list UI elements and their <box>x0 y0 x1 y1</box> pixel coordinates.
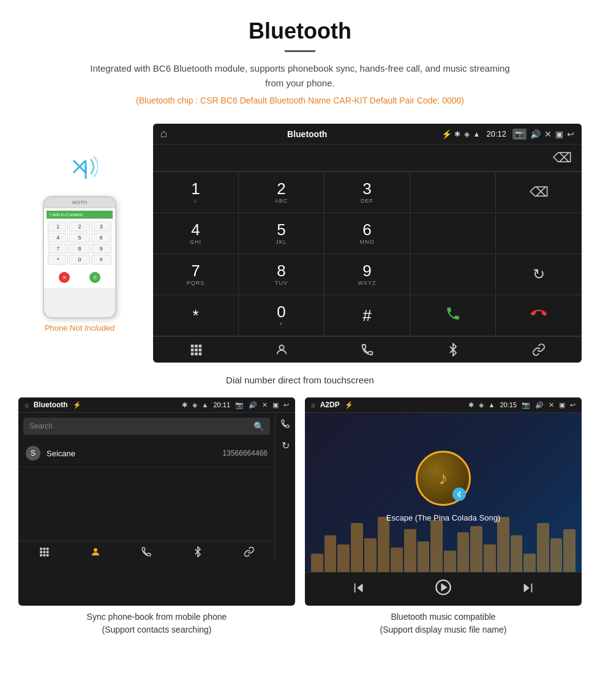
music-next-button[interactable] <box>521 581 534 598</box>
dial-key-empty-3 <box>496 213 582 254</box>
phone-keypad: 1 2 3 4 5 6 7 8 9 * 0 # <box>47 220 113 266</box>
phone-key: 7 <box>48 244 68 254</box>
dial-status-icons: ✱ ◈ ▲ <box>454 130 481 138</box>
music-home-icon[interactable]: ⌂ <box>311 401 315 408</box>
phone-key: 2 <box>69 222 89 231</box>
pb-right-phone-icon[interactable] <box>280 419 290 431</box>
close-icon[interactable]: ✕ <box>544 129 552 139</box>
music-eq-background <box>305 499 582 572</box>
dial-caption: Dial number direct from touchscreen <box>226 375 374 385</box>
dial-status-bar: ⌂ Bluetooth ⚡ ✱ ◈ ▲ 20:12 📷 🔊 ✕ ▣ ↩ <box>153 124 582 145</box>
pb-link-icon[interactable] <box>223 546 275 557</box>
pb-sig-icon: ▲ <box>202 401 209 408</box>
phone-screen: + Add to Contacts 1 2 3 4 5 6 7 8 9 * 0 … <box>44 208 115 288</box>
call-green-button[interactable] <box>410 295 496 336</box>
pb-usb-icon: ⚡ <box>73 401 81 409</box>
top-section: MOTO + Add to Contacts 1 2 3 4 5 6 7 8 9 <box>18 124 582 363</box>
pb-phone-icon[interactable] <box>121 546 173 557</box>
backspace-button[interactable]: ⌫ <box>553 150 572 166</box>
svg-rect-12 <box>199 353 202 356</box>
music-song-title: Escape (The Pina Colada Song) <box>386 513 500 522</box>
dial-phone-icon[interactable] <box>324 343 410 356</box>
phone-screen-header: + Add to Contacts <box>47 211 113 219</box>
svg-marker-28 <box>524 583 530 592</box>
pb-search-bar[interactable]: Search 🔍 <box>23 418 270 435</box>
pb-home-icon[interactable]: ⌂ <box>24 401 29 408</box>
dial-bluetooth-icon[interactable] <box>410 343 496 356</box>
dial-key-7[interactable]: 7 PQRS <box>153 254 239 295</box>
pb-spacer-area <box>18 467 275 541</box>
camera-icon[interactable]: 📷 <box>512 129 527 140</box>
phone-top-bar: MOTO <box>44 197 115 208</box>
back-icon[interactable]: ↩ <box>567 129 574 139</box>
dial-contacts-icon[interactable] <box>239 343 324 356</box>
dial-backspace-key[interactable]: ⌫ <box>496 172 582 213</box>
dial-key-1[interactable]: 1 ⌂ <box>153 172 239 213</box>
included-text: Included <box>84 323 114 333</box>
pb-contact-row[interactable]: S Seicane 13566664466 <box>18 440 275 467</box>
pb-bluetooth-icon[interactable] <box>172 546 223 557</box>
dial-status-time: 20:12 <box>486 129 506 138</box>
music-status-title: A2DP <box>320 401 340 409</box>
svg-rect-16 <box>47 548 49 550</box>
dial-key-0[interactable]: 0 + <box>239 295 324 336</box>
page-title: Bluetooth <box>12 18 588 44</box>
svg-rect-11 <box>195 353 198 356</box>
svg-marker-24 <box>357 583 362 592</box>
music-bottom-caption: Bluetooth music compatible(Support displ… <box>305 611 582 636</box>
dial-key-8[interactable]: 8 TUV <box>239 254 324 295</box>
phone-key: 0 <box>69 255 89 265</box>
dial-key-2[interactable]: 2 ABC <box>239 172 324 213</box>
pb-status-time: 20:11 <box>213 401 230 408</box>
pb-back-icon[interactable]: ↩ <box>283 401 289 409</box>
dial-status-right: 📷 🔊 ✕ ▣ ↩ <box>512 129 574 140</box>
music-note-icon: ♪ <box>439 468 448 489</box>
dial-key-3[interactable]: 3 DEF <box>324 172 410 213</box>
phone-key: 3 <box>91 222 111 231</box>
music-content: ♪ Escape (The Pina Colada Song) <box>305 413 582 572</box>
music-x-icon[interactable]: ✕ <box>549 401 554 409</box>
svg-rect-5 <box>195 345 198 348</box>
music-win-icon[interactable]: ▣ <box>559 401 565 409</box>
pb-win-icon[interactable]: ▣ <box>272 401 279 409</box>
home-icon[interactable]: ⌂ <box>160 127 167 140</box>
svg-point-13 <box>279 345 283 350</box>
bottom-section: ⌂ Bluetooth ⚡ ✱ ◈ ▲ 20:11 📷 🔊 ✕ ▣ ↩ <box>18 397 582 636</box>
dial-refresh-key[interactable]: ↻ <box>496 254 582 295</box>
music-play-pause-button[interactable] <box>435 579 452 600</box>
dial-link-icon[interactable] <box>496 343 582 356</box>
pb-main: Search 🔍 S Seicane 13566664466 <box>18 413 275 562</box>
volume-icon[interactable]: 🔊 <box>530 129 541 139</box>
svg-rect-6 <box>199 345 202 348</box>
pb-contact-number: 13566664466 <box>223 449 268 457</box>
signal-icon: ▲ <box>473 130 481 138</box>
pb-grid-icon[interactable] <box>18 546 70 557</box>
phone-area: MOTO + Add to Contacts 1 2 3 4 5 6 7 8 9 <box>18 124 141 333</box>
search-icon[interactable]: 🔍 <box>253 421 264 431</box>
svg-rect-19 <box>47 551 49 554</box>
pb-right-refresh-icon[interactable]: ↻ <box>282 440 290 451</box>
music-prev-button[interactable] <box>352 581 366 598</box>
svg-rect-18 <box>43 551 45 554</box>
window-icon[interactable]: ▣ <box>555 129 563 139</box>
pb-x-icon[interactable]: ✕ <box>262 401 268 409</box>
pb-contacts-icon[interactable] <box>70 546 121 557</box>
dial-key-star[interactable]: * <box>153 295 239 336</box>
dial-key-4[interactable]: 4 GHI <box>153 213 239 254</box>
dial-grid-icon[interactable] <box>153 343 239 356</box>
pb-bottom-caption: Sync phone-book from mobile phone(Suppor… <box>18 611 295 636</box>
phone-call-icon: ✆ <box>89 272 100 283</box>
music-back-icon[interactable]: ↩ <box>570 401 576 409</box>
svg-rect-14 <box>40 548 42 550</box>
dial-screen: ⌂ Bluetooth ⚡ ✱ ◈ ▲ 20:12 📷 🔊 ✕ ▣ ↩ <box>153 124 582 363</box>
svg-rect-15 <box>43 548 45 550</box>
dial-key-5[interactable]: 5 JKL <box>239 213 324 254</box>
call-red-button[interactable] <box>496 295 582 336</box>
phone-mockup: MOTO + Add to Contacts 1 2 3 4 5 6 7 8 9 <box>43 196 116 318</box>
svg-marker-27 <box>442 584 446 590</box>
bluetooth-status-icon: ✱ <box>454 130 460 138</box>
dial-key-6[interactable]: 6 MNO <box>324 213 410 254</box>
dial-key-hash[interactable]: # <box>324 295 410 336</box>
dial-bottom-icons <box>153 336 582 363</box>
dial-key-9[interactable]: 9 WXYZ <box>324 254 410 295</box>
